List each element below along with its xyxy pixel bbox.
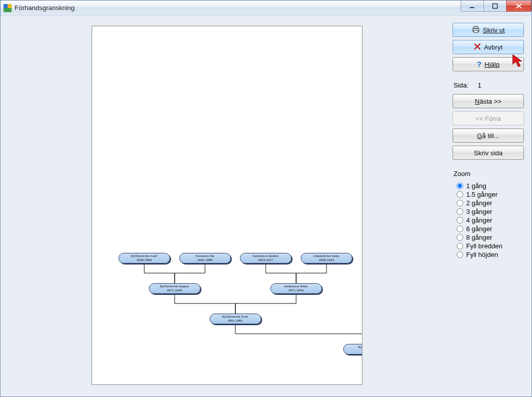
zoom-option[interactable]: Fyll bredden	[453, 242, 524, 250]
printer-icon	[472, 26, 480, 34]
zoom-option-label: 1 gång	[466, 182, 486, 190]
print-button[interactable]: Skriv ut	[453, 23, 524, 37]
cancel-button[interactable]: Avbryt	[453, 40, 524, 54]
cancel-icon	[474, 43, 481, 52]
tree-node: Andersson Anders1824-1917	[240, 253, 292, 263]
tree-connectors	[92, 26, 362, 384]
minimize-button[interactable]	[461, 1, 484, 12]
window-title: Förhandsgranskning	[15, 4, 75, 12]
zoom-radio[interactable]	[457, 183, 463, 189]
zoom-radio[interactable]	[457, 191, 463, 198]
zoom-radio[interactable]	[457, 251, 463, 258]
print-label: Skriv ut	[483, 26, 505, 34]
page-indicator: Sida: 1	[453, 80, 524, 91]
close-button[interactable]	[506, 1, 531, 12]
zoom-option-label: 3 gånger	[466, 208, 492, 215]
zoom-option[interactable]: 1 gång	[453, 182, 524, 190]
svg-rect-2	[8, 4, 12, 8]
help-icon: ?	[477, 61, 481, 68]
app-window: Förhandsgranskning Kjöllerström Josef182…	[0, 0, 532, 397]
zoom-option-label: 8 gånger	[466, 234, 492, 241]
zoom-option-label: 1.5 gånger	[466, 191, 498, 198]
page-number: 1	[478, 81, 481, 89]
svg-rect-6	[474, 26, 478, 28]
zoom-radio[interactable]	[457, 208, 463, 215]
help-button[interactable]: ? Hjälp	[453, 57, 524, 71]
zoom-option[interactable]: 4 gånger	[453, 216, 524, 225]
zoom-option[interactable]: 1.5 gånger	[453, 190, 524, 199]
cancel-label: Avbryt	[484, 43, 503, 51]
preview-area: Kjöllerström Josef1828-1904Svensson Ida1…	[8, 23, 445, 389]
print-page-label: Skriv sida	[474, 149, 502, 157]
preview-page: Kjöllerström Josef1828-1904Svensson Ida1…	[92, 26, 362, 385]
prev-page-button[interactable]: << Förra	[453, 111, 524, 125]
svg-rect-3	[470, 7, 474, 8]
zoom-option-label: Fyll bredden	[466, 242, 503, 250]
tree-node: Svensson Ida1842-1888	[179, 253, 231, 263]
svg-rect-0	[4, 8, 12, 12]
zoom-option-label: 2 gånger	[466, 199, 492, 207]
svg-rect-7	[474, 30, 478, 32]
zoom-label: Zoom	[453, 169, 524, 179]
zoom-radio[interactable]	[457, 243, 463, 249]
tree-node: Johansdotter Anna1840-1924	[301, 253, 352, 263]
tree-node: Andersson Alma1871-1954	[270, 283, 322, 294]
svg-rect-4	[493, 4, 498, 8]
zoom-radio[interactable]	[457, 217, 463, 224]
tree-node: Kjöllerström Sven1901-1981	[210, 314, 261, 324]
page-label: Sida:	[454, 81, 469, 89]
zoom-radio[interactable]	[457, 226, 463, 232]
client-area: Kjöllerström Josef1828-1904Svensson Ida1…	[1, 16, 531, 396]
tree-node: Kjöllerström Josef1828-1904	[118, 253, 170, 263]
zoom-radio[interactable]	[457, 200, 463, 206]
zoom-option[interactable]: 8 gånger	[453, 233, 524, 242]
tree-node: Kjöllerström August1871-1945	[149, 283, 200, 294]
tree-node: Kjöllerström B1938-	[343, 344, 362, 355]
print-page-button[interactable]: Skriv sida	[453, 146, 524, 160]
titlebar: Förhandsgranskning	[1, 1, 531, 16]
zoom-option[interactable]: 2 gånger	[453, 199, 524, 207]
svg-rect-1	[4, 4, 8, 8]
sidebar: Skriv ut Avbryt ? Hjälp Sida: 1	[445, 23, 524, 389]
zoom-option[interactable]: 3 gånger	[453, 207, 524, 216]
zoom-option-label: Fyll höjden	[466, 251, 498, 258]
maximize-button[interactable]	[483, 1, 507, 12]
window-controls	[461, 1, 531, 12]
app-icon	[4, 4, 12, 12]
next-page-button[interactable]: Nästa >>	[453, 94, 524, 108]
help-label: Hjälp	[484, 61, 500, 68]
zoom-option[interactable]: 6 gånger	[453, 225, 524, 233]
zoom-options: 1 gång1.5 gånger2 gånger3 gånger4 gånger…	[453, 182, 524, 259]
zoom-option-label: 6 gånger	[466, 225, 492, 233]
goto-page-button[interactable]: Gå till...	[453, 128, 524, 143]
zoom-option[interactable]: Fyll höjden	[453, 250, 524, 259]
zoom-option-label: 4 gånger	[466, 216, 492, 224]
zoom-radio[interactable]	[457, 234, 463, 241]
